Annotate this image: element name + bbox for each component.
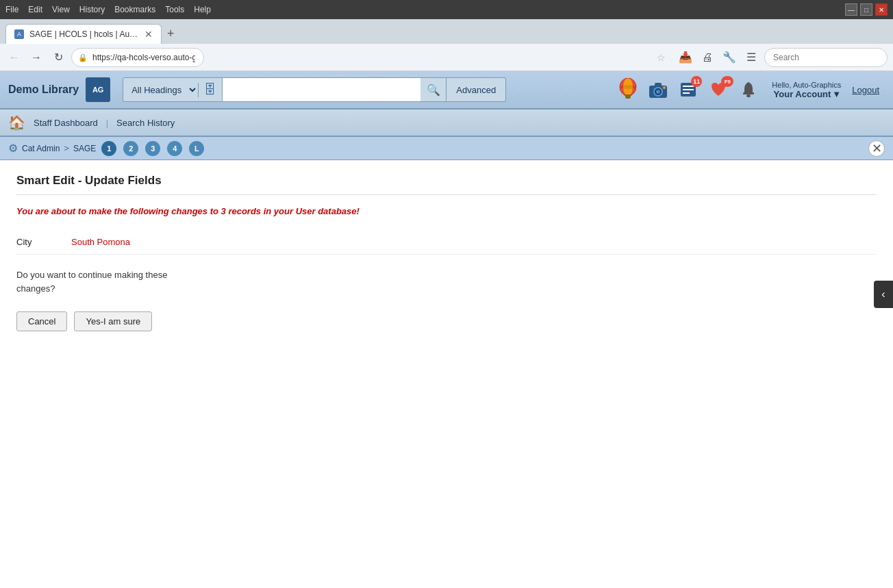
browser-tab[interactable]: A SAGE | HCOLS | hcols | Auto-Gr... ✕ [5,24,162,44]
svg-point-11 [663,86,666,89]
database-icon[interactable]: 🗄 [198,83,222,97]
menu-tools[interactable]: Tools [165,5,184,14]
back-button[interactable]: ← [5,49,23,66]
breadcrumb-step-l[interactable]: L [189,141,204,156]
address-wrapper: 🔒 ☆ [71,48,672,67]
address-bar-icons: 📥 🖨 🔧 ☰ [677,49,760,66]
warning-message: You are about to make the following chan… [16,206,877,216]
svg-point-6 [620,85,636,89]
bookmark-star-icon[interactable]: ☆ [657,52,666,63]
app-icon: AG [86,77,110,102]
account-dropdown[interactable]: Your Account ▼ [774,89,842,99]
advanced-button[interactable]: Advanced [446,77,506,102]
field-value: South Pomona [71,237,130,247]
logout-button[interactable]: Logout [846,85,885,95]
balloon-icon[interactable] [616,77,640,102]
breadcrumb-icon: ⚙ [8,142,18,155]
menu-icon[interactable]: ☰ [742,49,760,66]
menu-edit[interactable]: Edit [28,5,42,14]
main-content: Smart Edit - Update Fields You are about… [0,160,893,544]
restore-button[interactable]: □ [860,3,872,16]
new-tab-button[interactable]: + [162,27,180,41]
svg-rect-14 [683,89,694,90]
list-badge: 11 [691,76,702,87]
header-icons: 11 F9 Hello, Auto-Graphics Your Account … [616,77,885,102]
browser-titlebar: File Edit View History Bookmarks Tools H… [0,0,893,19]
breadcrumb-step-2[interactable]: 2 [123,141,138,156]
staff-dashboard-link[interactable]: Staff Dashboard [31,116,101,129]
svg-rect-16 [743,92,754,94]
menu-history[interactable]: History [79,5,105,14]
breadcrumb-cat-admin[interactable]: Cat Admin [22,144,60,153]
favorites-icon-button[interactable]: F9 [706,77,731,102]
breadcrumb-sage[interactable]: SAGE [73,144,96,153]
browser-menu: File Edit View History Bookmarks Tools H… [5,5,211,14]
tab-close-button[interactable]: ✕ [144,29,153,40]
side-toggle-button[interactable]: ‹ [874,281,893,308]
svg-rect-13 [683,86,694,87]
cancel-button[interactable]: Cancel [16,311,67,331]
svg-rect-10 [655,83,662,87]
print-icon[interactable]: 🖨 [699,49,716,66]
browser-addressbar: ← → ↻ 🔒 ☆ 📥 🖨 🔧 ☰ [0,44,893,71]
svg-rect-3 [625,94,631,99]
security-icon: 🔒 [78,53,88,62]
camera-icon-button[interactable] [646,77,670,102]
window-controls: — □ ✕ [845,3,888,16]
heading-select[interactable]: All Headings [123,78,198,101]
svg-point-17 [746,94,751,97]
svg-point-9 [656,90,660,94]
browser-search-input[interactable] [764,48,888,67]
refresh-button[interactable]: ↻ [49,49,67,66]
close-breadcrumb-button[interactable]: ✕ [868,140,885,157]
menu-file[interactable]: File [5,5,18,14]
search-history-link[interactable]: Search History [114,116,177,129]
forward-button[interactable]: → [27,49,45,66]
breadcrumb-step-3[interactable]: 3 [145,141,160,156]
notifications-icon-button[interactable] [736,77,761,102]
tab-title: SAGE | HCOLS | hcols | Auto-Gr... [29,29,139,39]
search-input[interactable] [223,77,420,102]
app-nav: 🏠 Staff Dashboard | Search History [0,110,893,137]
confirm-text: Do you want to continue making these cha… [16,268,877,295]
confirm-button[interactable]: Yes-I am sure [74,311,152,331]
breadcrumb-bar: ⚙ Cat Admin > SAGE 1 2 3 4 L ✕ [0,137,893,160]
user-section: Hello, Auto-Graphics Your Account ▼ [772,81,841,99]
field-row: City South Pomona [16,230,877,255]
user-greeting: Hello, Auto-Graphics [772,81,841,89]
tab-favicon: A [14,29,24,39]
menu-help[interactable]: Help [194,5,211,14]
menu-bookmarks[interactable]: Bookmarks [114,5,155,14]
extension-icon[interactable]: 🔧 [720,49,738,66]
search-button[interactable]: 🔍 [420,77,446,102]
home-icon[interactable]: 🏠 [8,114,25,131]
list-icon-button[interactable]: 11 [676,77,701,102]
field-label: City [16,237,71,247]
address-field[interactable] [71,48,204,67]
app-logo: Demo Library [8,84,79,96]
breadcrumb-step-4[interactable]: 4 [167,141,182,156]
svg-rect-15 [683,92,690,94]
heading-select-wrapper: All Headings 🗄 [123,77,223,102]
close-button[interactable]: ✕ [875,3,888,16]
action-buttons: Cancel Yes-I am sure [16,311,877,331]
minimize-button[interactable]: — [845,3,857,16]
favorites-badge: F9 [721,76,733,87]
menu-view[interactable]: View [52,5,70,14]
breadcrumb-step-1[interactable]: 1 [101,141,116,156]
app-header: Demo Library AG All Headings 🗄 🔍 Advance… [0,71,893,110]
pocket-icon[interactable]: 📥 [677,49,694,66]
page-title: Smart Edit - Update Fields [16,174,877,195]
browser-tabbar: A SAGE | HCOLS | hcols | Auto-Gr... ✕ + [0,19,893,44]
search-container: All Headings 🗄 🔍 Advanced [123,77,506,102]
